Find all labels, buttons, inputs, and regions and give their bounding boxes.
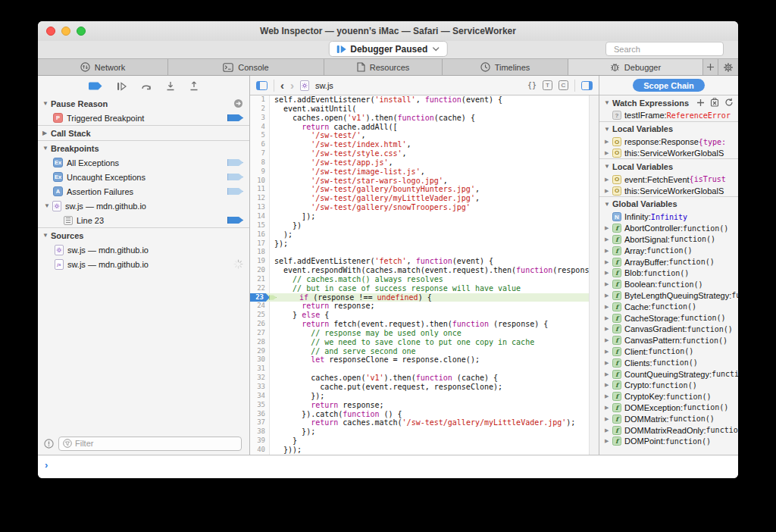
tab-network[interactable]: Network — [38, 59, 168, 75]
breakpoints-header[interactable]: ▼ Breakpoints — [38, 141, 249, 155]
editor-scrollbar[interactable] — [589, 95, 599, 455]
tab-console[interactable]: Console — [168, 59, 324, 75]
zoom-window-button[interactable] — [77, 27, 86, 36]
variable-row[interactable]: ▶fDOMMatrix: function() — [599, 413, 738, 424]
pause-reason-header[interactable]: ▼ Pause Reason — [38, 96, 249, 111]
line-number[interactable]: 9 — [250, 167, 270, 177]
line-number[interactable]: 12 — [250, 194, 270, 203]
settings-tab-button[interactable] — [718, 59, 738, 75]
expand-arrow-icon[interactable]: ▶ — [605, 337, 612, 343]
step-over-button[interactable] — [141, 82, 152, 91]
variable-row[interactable]: ▶fAbortController: function() — [599, 223, 738, 234]
expand-arrow-icon[interactable]: ▶ — [605, 270, 612, 276]
expand-arrow-icon[interactable]: ▶ — [605, 405, 612, 411]
step-into-button[interactable] — [166, 81, 175, 91]
toggle-right-sidebar-button[interactable] — [581, 81, 593, 90]
scope-chain-tab[interactable]: Scope Chain — [633, 79, 705, 92]
line-number[interactable]: 24 — [250, 302, 270, 311]
variable-row[interactable]: ▶fClient: function() — [599, 346, 738, 358]
line-number[interactable]: 7 — [250, 149, 270, 158]
continue-button[interactable] — [117, 82, 127, 91]
variable-row[interactable]: ▶fCrypto: function() — [599, 380, 738, 391]
type-profiler-icon[interactable]: T — [543, 80, 552, 90]
local-variables-header[interactable]: ▼ Local Variables — [599, 122, 738, 136]
expand-arrow-icon[interactable]: ▶ — [605, 438, 612, 444]
line-number[interactable]: 30 — [250, 355, 270, 365]
variable-row[interactable]: ▶fCacheStorage: function() — [599, 312, 738, 324]
line-number[interactable]: 13 — [250, 203, 270, 212]
line-breakpoint-item[interactable]: Line 23 — [38, 213, 249, 227]
navigate-forward-button[interactable]: › — [290, 80, 294, 91]
line-number[interactable]: 3 — [250, 114, 270, 123]
line-number[interactable]: 37 — [250, 418, 270, 427]
line-number[interactable]: 2 — [250, 105, 270, 114]
variable-row[interactable]: ▶fArray: function() — [599, 245, 738, 256]
watch-expression-row[interactable]: ?testIFrame: ReferenceError — [599, 110, 738, 121]
variable-row[interactable]: ▶fCanvasPattern: function() — [599, 335, 738, 346]
line-number[interactable]: 17 — [250, 239, 270, 249]
line-number[interactable]: 21 — [250, 275, 270, 284]
filter-input[interactable] — [75, 439, 237, 448]
source-item[interactable]: sw.js — mdn.github.io — [38, 243, 249, 257]
breakpoint-item[interactable]: A Assertion Failures — [38, 184, 249, 199]
variable-row[interactable]: ▶Oevent: FetchEvent {isTrust — [599, 174, 738, 185]
filter-field[interactable] — [58, 437, 242, 451]
breadcrumb-file-name[interactable]: sw.js — [315, 81, 333, 90]
variable-row[interactable]: ▶fDOMPoint: function() — [599, 436, 738, 447]
tab-debugger[interactable]: Debugger — [568, 59, 703, 75]
variable-row[interactable]: ▶fCryptoKey: function() — [599, 391, 738, 402]
variable-row[interactable]: ▶fDOMException: function() — [599, 402, 738, 414]
breakpoint-pill[interactable] — [227, 187, 243, 196]
expand-arrow-icon[interactable]: ▶ — [605, 416, 612, 422]
expand-arrow-icon[interactable]: ▶ — [605, 326, 612, 332]
variable-row[interactable]: ▶fDOMMatrixReadOnly: function() — [599, 424, 738, 436]
line-number[interactable]: 39 — [250, 437, 270, 446]
line-number[interactable]: 15 — [250, 221, 270, 230]
breakpoints-toggle-button[interactable] — [89, 82, 102, 90]
line-number[interactable]: 5 — [250, 131, 270, 140]
breakpoint-item[interactable]: Ex Uncaught Exceptions — [38, 170, 249, 184]
line-number[interactable]: 28 — [250, 338, 270, 347]
line-number[interactable]: 31 — [250, 365, 270, 374]
error-filter-icon[interactable] — [44, 439, 54, 449]
expand-arrow-icon[interactable]: ▶ — [605, 225, 612, 231]
tab-timelines[interactable]: Timelines — [443, 59, 568, 75]
minimize-window-button[interactable] — [61, 27, 70, 36]
line-number[interactable]: 1 — [250, 95, 270, 105]
line-number[interactable]: 34 — [250, 392, 270, 401]
variable-row[interactable]: ▶fCache: function() — [599, 301, 738, 312]
line-number[interactable]: 27 — [250, 329, 270, 338]
line-number[interactable]: 16 — [250, 230, 270, 239]
variable-row[interactable]: ▶Othis: ServiceWorkerGlobalS — [599, 148, 738, 159]
add-watch-expression-icon[interactable] — [696, 99, 705, 107]
expand-arrow-icon[interactable]: ▶ — [605, 371, 612, 377]
close-window-button[interactable] — [46, 27, 55, 36]
goto-source-icon[interactable] — [233, 99, 243, 108]
expand-arrow-icon[interactable]: ▶ — [605, 248, 612, 254]
line-number[interactable]: 14 — [250, 212, 270, 221]
line-number[interactable]: 10 — [250, 177, 270, 186]
expand-arrow-icon[interactable]: ▶ — [605, 393, 612, 399]
sources-header[interactable]: ▼ Sources — [38, 228, 249, 243]
call-stack-header[interactable]: ▶ Call Stack — [38, 126, 249, 140]
line-number[interactable]: 6 — [250, 140, 270, 149]
line-number[interactable]: 33 — [250, 383, 270, 392]
breakpoint-item[interactable]: Ex All Exceptions — [38, 155, 249, 170]
line-number[interactable]: 4 — [250, 123, 270, 132]
line-number[interactable]: 26 — [250, 320, 270, 329]
step-out-button[interactable] — [189, 81, 199, 91]
expand-arrow-icon[interactable]: ▶ — [605, 382, 612, 388]
line-number[interactable]: 36 — [250, 410, 270, 419]
variable-row[interactable]: NInfinity: Infinity — [599, 211, 738, 223]
expand-arrow-icon[interactable]: ▶ — [605, 177, 612, 183]
line-number[interactable]: 11 — [250, 185, 270, 194]
variable-row[interactable]: ▶Othis: ServiceWorkerGlobalS — [599, 185, 738, 196]
refresh-watch-expressions-icon[interactable] — [724, 98, 734, 107]
breakpoint-pill[interactable] — [227, 173, 243, 181]
tab-resources[interactable]: Resources — [324, 59, 443, 75]
line-number[interactable]: 29 — [250, 347, 270, 356]
toggle-left-sidebar-button[interactable] — [256, 81, 268, 90]
line-number[interactable]: 35 — [250, 401, 270, 410]
variable-row[interactable]: ▶fByteLengthQueuingStrategy: function() — [599, 290, 738, 302]
expand-arrow-icon[interactable]: ▶ — [605, 150, 612, 156]
